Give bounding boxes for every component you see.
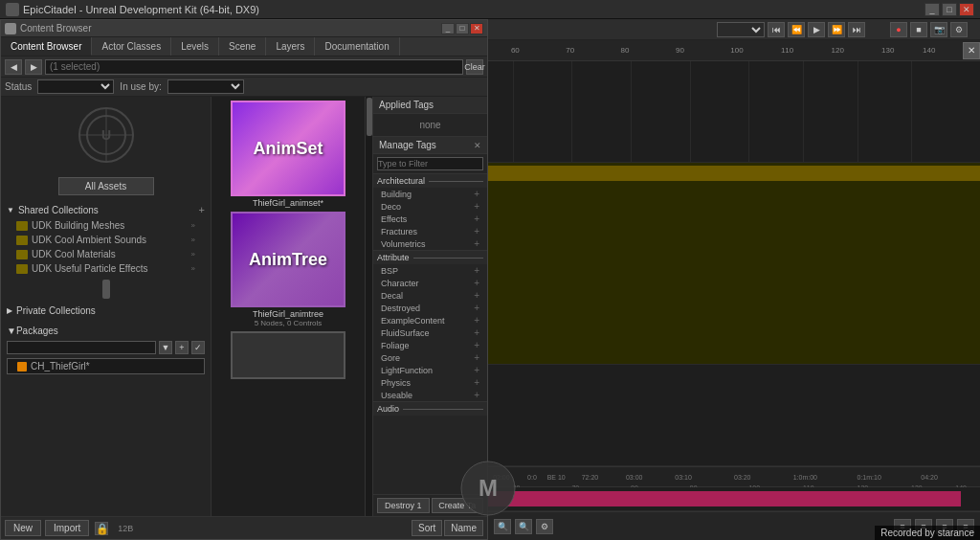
timeline-top-ruler: 60 70 80 90 100 110 120 130 140 ✕ xyxy=(488,40,980,61)
package-item-thiefgirl[interactable]: CH_ThiefGirl* xyxy=(7,358,205,374)
tl-zoom-out[interactable]: 🔍 xyxy=(515,519,532,534)
pkg-check-btn[interactable]: ✓ xyxy=(191,341,205,354)
tag-building[interactable]: Building + xyxy=(373,188,487,200)
tree-item-particle-effects[interactable]: UDK Useful Particle Effects » xyxy=(1,261,211,276)
tag-add-icon[interactable]: + xyxy=(474,327,479,338)
tag-add-icon[interactable]: + xyxy=(474,201,479,212)
tag-bsp[interactable]: BSP + xyxy=(373,264,487,277)
tag-volumetrics[interactable]: Volumetrics + xyxy=(373,237,487,250)
tag-fractures[interactable]: Fractures + xyxy=(373,225,487,237)
in-use-dropdown[interactable] xyxy=(167,79,244,94)
packages-header[interactable]: ▼ Packages xyxy=(1,323,211,339)
play-prev-btn[interactable]: ⏪ xyxy=(788,22,805,37)
private-collections-header[interactable]: ▶ Private Collections xyxy=(1,303,211,319)
tag-useable[interactable]: Useable + xyxy=(373,389,487,401)
camera-btn[interactable]: 📷 xyxy=(930,22,947,37)
tag-physics[interactable]: Physics + xyxy=(373,376,487,389)
manage-tags-close[interactable]: ✕ xyxy=(474,141,481,150)
tag-effects[interactable]: Effects + xyxy=(373,213,487,225)
tag-add-icon[interactable]: + xyxy=(474,238,479,249)
cb-sidebar: U All Assets ▼ Shared Collections + UDK … xyxy=(1,97,212,516)
tag-add-icon[interactable]: + xyxy=(474,340,479,350)
asset-item-animset[interactable]: AnimSet ThiefGirl_animset* xyxy=(215,101,361,208)
name-button[interactable]: Name xyxy=(444,520,483,536)
cb-minimize[interactable]: _ xyxy=(441,23,455,34)
timeline-close[interactable]: ✕ xyxy=(963,42,980,59)
play-start-btn[interactable]: ⏮ xyxy=(768,22,785,37)
tree-item-ambient-sounds[interactable]: UDK Cool Ambient Sounds » xyxy=(1,233,211,247)
sort-button[interactable]: Sort xyxy=(412,520,442,536)
settings-btn[interactable]: ⚙ xyxy=(950,22,968,37)
record-btn[interactable]: ● xyxy=(890,22,907,37)
tags-search-input[interactable] xyxy=(377,157,483,170)
in-use-label: In use by: xyxy=(120,81,161,92)
forward-button[interactable]: ▶ xyxy=(25,59,42,75)
tl-zoom-in[interactable]: 🔍 xyxy=(494,519,511,534)
close-button[interactable]: ✕ xyxy=(959,3,974,16)
asset-scrollbar[interactable] xyxy=(365,97,372,516)
tag-character[interactable]: Character + xyxy=(373,277,487,289)
import-button[interactable]: Import xyxy=(45,520,89,536)
maximize-button[interactable]: □ xyxy=(942,3,957,16)
tree-item-building-meshes[interactable]: UDK Building Meshes » xyxy=(1,218,211,233)
asset-item-animtree[interactable]: AnimTree ThiefGirl_animtree 5 Nodes, 0 C… xyxy=(215,212,361,327)
shared-collections-section: ▼ Shared Collections + UDK Building Mesh… xyxy=(1,199,211,278)
clear-button[interactable]: Clear xyxy=(466,59,483,75)
asset-type-label: AnimTree xyxy=(249,250,327,270)
tag-add-icon[interactable]: + xyxy=(474,278,479,288)
timeline-row-highlight xyxy=(488,163,980,365)
play-next-btn[interactable]: ⏩ xyxy=(828,22,845,37)
lock-icon[interactable]: 🔒 xyxy=(95,522,108,535)
tag-deco[interactable]: Deco + xyxy=(373,200,487,213)
tag-add-icon[interactable]: + xyxy=(474,303,479,313)
minimize-button[interactable]: _ xyxy=(924,3,940,16)
tag-foliage[interactable]: Foliage + xyxy=(373,339,487,351)
tag-light-function[interactable]: LightFunction + xyxy=(373,364,487,376)
grid-lines xyxy=(488,61,980,162)
tag-add-icon[interactable]: + xyxy=(474,290,479,301)
tab-scene[interactable]: Scene xyxy=(219,37,266,56)
fps-dropdown[interactable]: 30 fps xyxy=(717,22,765,37)
tag-decal[interactable]: Decal + xyxy=(373,289,487,302)
cb-close[interactable]: ✕ xyxy=(470,23,483,34)
tag-add-icon[interactable]: + xyxy=(474,315,479,326)
pkg-new-btn[interactable]: + xyxy=(175,341,189,354)
tab-levels[interactable]: Levels xyxy=(171,37,219,56)
tab-content-browser[interactable]: Content Browser xyxy=(1,37,92,56)
sidebar-scroll-thumb[interactable] xyxy=(102,280,110,299)
cb-maximize[interactable]: □ xyxy=(456,23,469,34)
back-button[interactable]: ◀ xyxy=(5,59,22,75)
tag-add-icon[interactable]: + xyxy=(474,365,479,375)
tag-destroyed[interactable]: Destroyed + xyxy=(373,302,487,314)
tag-add-icon[interactable]: + xyxy=(474,390,479,400)
destroy-button[interactable]: Destroy 1 xyxy=(377,498,430,513)
shared-collections-header[interactable]: ▼ Shared Collections + xyxy=(1,201,211,218)
tab-actor-classes[interactable]: Actor Classes xyxy=(92,37,171,56)
status-dropdown[interactable] xyxy=(37,79,114,94)
tag-add-icon[interactable]: + xyxy=(474,214,479,224)
tl-settings[interactable]: ⚙ xyxy=(536,519,553,534)
add-shared-collection[interactable]: + xyxy=(199,204,205,215)
stop-btn[interactable]: ■ xyxy=(910,22,927,37)
tag-fluid-surface[interactable]: FluidSurface + xyxy=(373,326,487,339)
play-end-btn[interactable]: ⏭ xyxy=(848,22,865,37)
tag-add-icon[interactable]: + xyxy=(474,189,479,199)
tag-add-icon[interactable]: + xyxy=(474,352,479,363)
all-assets-button[interactable]: All Assets xyxy=(58,177,154,195)
tag-gore[interactable]: Gore + xyxy=(373,351,487,364)
tree-item-cool-materials[interactable]: UDK Cool Materials » xyxy=(1,247,211,261)
tag-add-icon[interactable]: + xyxy=(474,377,479,388)
packages-search[interactable] xyxy=(7,341,156,354)
tag-add-icon[interactable]: + xyxy=(474,226,479,236)
search-input[interactable] xyxy=(45,59,463,75)
pkg-filter-btn[interactable]: ▼ xyxy=(159,341,172,354)
asset-item-texture[interactable] xyxy=(215,331,361,379)
tag-add-icon[interactable]: + xyxy=(474,265,479,276)
category-dash xyxy=(429,181,483,182)
play-btn[interactable]: ▶ xyxy=(808,22,825,37)
new-button[interactable]: New xyxy=(5,520,41,536)
tag-example-content[interactable]: ExampleContent + xyxy=(373,314,487,326)
content-browser: Content Browser _ □ ✕ Content Browser Ac… xyxy=(0,19,488,540)
tab-layers[interactable]: Layers xyxy=(266,37,315,56)
tab-documentation[interactable]: Documentation xyxy=(315,37,399,56)
